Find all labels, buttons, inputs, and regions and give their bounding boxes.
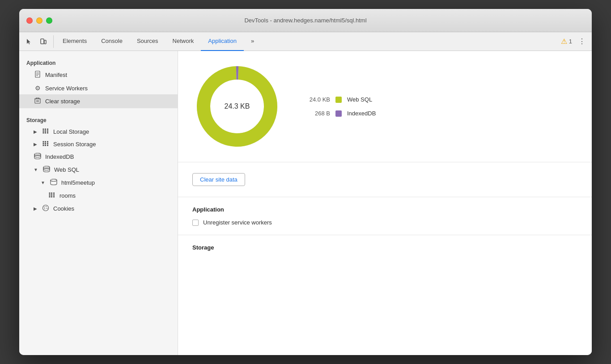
sidebar-item-rooms[interactable]: rooms: [19, 189, 178, 202]
svg-rect-30: [45, 145, 46, 146]
indexeddb-icon: [34, 153, 42, 161]
more-menu-button[interactable]: ⋮: [576, 35, 588, 48]
more-icon: ⋮: [578, 37, 586, 46]
indexeddb-legend-label: IndexedDB: [347, 110, 376, 117]
rooms-icon: [48, 192, 56, 199]
svg-rect-18: [45, 131, 46, 132]
websql-label: Web SQL: [54, 166, 79, 173]
svg-rect-24: [45, 141, 46, 143]
svg-rect-31: [47, 145, 48, 146]
svg-rect-26: [43, 143, 44, 144]
svg-rect-40: [49, 195, 51, 196]
maximize-button[interactable]: [46, 17, 52, 24]
sidebar-item-websql[interactable]: ▼ Web SQL: [19, 163, 178, 176]
svg-rect-37: [49, 193, 51, 194]
svg-rect-15: [45, 129, 46, 130]
svg-point-47: [44, 207, 45, 207]
tab-sources[interactable]: Sources: [130, 32, 165, 51]
devtools-window: DevTools - andrew.hedges.name/html5/sql.…: [19, 9, 592, 355]
content-area: 24.3 KB 24.0 KB Web SQL 268 B IndexedDB: [178, 51, 592, 355]
svg-rect-22: [47, 132, 48, 134]
svg-rect-0: [41, 39, 44, 44]
websql-color: [335, 97, 342, 103]
tab-more[interactable]: »: [244, 32, 261, 51]
sidebar-item-manifest[interactable]: Manifest: [19, 68, 178, 82]
titlebar: DevTools - andrew.hedges.name/html5/sql.…: [19, 9, 592, 32]
sidebar: Application Manifest ⚙ Service Workers: [19, 51, 178, 355]
sidebar-app-section: Application: [19, 56, 178, 68]
svg-rect-17: [43, 131, 44, 132]
warning-badge[interactable]: ⚠ 1: [561, 37, 572, 46]
chart-legend: 24.0 KB Web SQL 268 B IndexedDB: [303, 96, 376, 117]
session-storage-icon: [42, 140, 50, 148]
svg-rect-14: [43, 129, 44, 130]
clear-storage-label: Clear storage: [45, 98, 80, 105]
toolbar-left-icons: [23, 35, 54, 48]
svg-rect-16: [47, 129, 48, 130]
sidebar-item-cookies[interactable]: ▶ Cookies: [19, 202, 178, 216]
service-workers-label: Service Workers: [45, 85, 88, 92]
local-storage-label: Local Storage: [53, 128, 89, 135]
html5meetup-icon: [50, 179, 58, 186]
cursor-icon[interactable]: [23, 35, 35, 48]
tab-network[interactable]: Network: [165, 32, 201, 51]
svg-point-50: [44, 208, 45, 209]
sidebar-item-clear-storage[interactable]: Clear storage: [19, 94, 178, 108]
svg-rect-38: [51, 193, 52, 194]
svg-rect-20: [43, 132, 44, 134]
storage-heading: Storage: [192, 244, 577, 251]
service-workers-icon: ⚙: [34, 85, 42, 92]
sidebar-item-indexeddb[interactable]: IndexedDB: [19, 150, 178, 163]
tab-console[interactable]: Console: [94, 32, 130, 51]
websql-legend-label: Web SQL: [347, 96, 372, 103]
svg-rect-19: [47, 131, 48, 132]
svg-rect-28: [47, 143, 48, 144]
svg-rect-29: [43, 145, 44, 146]
warning-count: 1: [569, 38, 572, 45]
device-icon[interactable]: [37, 35, 50, 48]
svg-point-36: [51, 179, 57, 182]
indexeddb-label: IndexedDB: [45, 153, 74, 160]
local-storage-icon: [42, 128, 50, 135]
clear-storage-icon: [34, 97, 42, 106]
minimize-button[interactable]: [36, 17, 42, 24]
tab-elements[interactable]: Elements: [55, 32, 94, 51]
manifest-label: Manifest: [45, 72, 67, 78]
clear-site-data-button[interactable]: Clear site data: [192, 173, 245, 186]
close-button[interactable]: [26, 17, 33, 24]
cookies-arrow: ▶: [34, 206, 37, 211]
svg-point-48: [46, 206, 47, 207]
window-title: DevTools - andrew.hedges.name/html5/sql.…: [244, 17, 366, 24]
unregister-sw-row: Unregister service workers: [192, 219, 577, 226]
svg-rect-39: [53, 193, 55, 194]
svg-rect-21: [45, 132, 46, 134]
legend-item-websql: 24.0 KB Web SQL: [303, 96, 376, 103]
tab-application[interactable]: Application: [201, 32, 244, 51]
svg-rect-41: [51, 195, 52, 196]
svg-rect-23: [43, 141, 44, 143]
toolbar: Elements Console Sources Network Applica…: [19, 32, 592, 51]
manifest-icon: [34, 71, 42, 79]
sidebar-item-session-storage[interactable]: ▶ Session Storage: [19, 138, 178, 150]
sidebar-item-html5meetup[interactable]: ▼ html5meetup: [19, 176, 178, 189]
session-storage-arrow: ▶: [34, 142, 37, 147]
unregister-sw-label: Unregister service workers: [203, 219, 272, 226]
svg-rect-43: [49, 196, 51, 198]
sidebar-item-local-storage[interactable]: ▶ Local Storage: [19, 125, 178, 138]
svg-rect-1: [44, 40, 46, 44]
cookies-icon: [42, 204, 50, 213]
chart-section: 24.3 KB 24.0 KB Web SQL 268 B IndexedDB: [178, 51, 592, 162]
clear-site-data-section: Clear site data: [178, 162, 592, 197]
warning-icon: ⚠: [561, 37, 567, 46]
legend-item-indexeddb: 268 B IndexedDB: [303, 110, 376, 117]
indexeddb-value: 268 B: [303, 110, 330, 117]
nav-tabs: Elements Console Sources Network Applica…: [55, 32, 561, 51]
svg-rect-27: [45, 143, 46, 144]
websql-arrow: ▼: [34, 167, 38, 172]
sidebar-item-service-workers[interactable]: ⚙ Service Workers: [19, 82, 178, 94]
websql-icon: [42, 166, 51, 174]
donut-center-label: 24.3 KB: [225, 102, 250, 110]
unregister-sw-checkbox[interactable]: [192, 220, 199, 226]
rooms-label: rooms: [59, 192, 76, 199]
application-heading: Application: [192, 206, 577, 213]
